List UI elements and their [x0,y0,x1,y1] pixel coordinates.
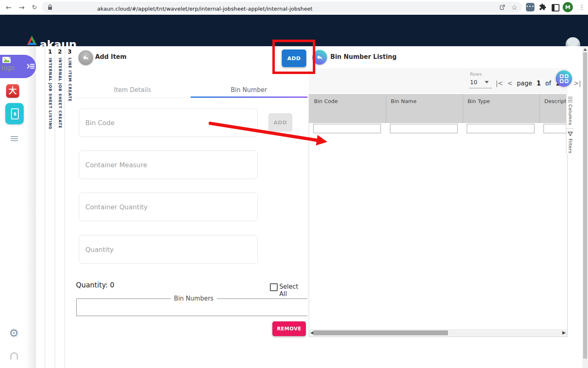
back-arrow-icon [316,54,323,61]
columns-tab-label: Columns [568,104,573,125]
rows-label: Rows [470,72,482,77]
container-measure-input[interactable] [79,150,258,179]
column-header-bin-name: Bin Name [386,94,468,108]
back-button[interactable] [78,50,93,65]
panel-title: Add Item [95,53,127,61]
settings-gear-icon[interactable]: ⚙ [9,327,19,339]
bin-code-input[interactable] [79,108,258,137]
menu-collapse-icon[interactable] [26,62,36,71]
column-divider [463,94,463,123]
rows-select-underline [469,88,492,88]
workspace-tab-internal-job-sheet-listing[interactable]: 1 INTERNAL JOB SHEET LISTING [45,46,55,368]
add-item-panel: Add Item ADD Item Details Bin Number ADD… [74,46,308,368]
tab-number: 2 [58,48,62,55]
scroll-right-icon[interactable]: ▶ [562,330,566,335]
columns-icon [568,97,572,102]
extension-dots-icon[interactable]: ••• [526,3,535,11]
browser-reload-icon[interactable]: ↻ [32,0,37,15]
browser-profile-avatar[interactable]: M [563,2,573,12]
table-header-row: Bin Code Bin Name Bin Type Description [309,94,568,108]
active-tab-underline [191,96,307,98]
prev-page-button[interactable]: < [507,80,512,87]
back-arrow-icon [82,54,89,61]
screen: ← → ↻ akaun.cloud/#/applet/tnt/wavelet/e… [0,0,588,368]
browser-forward-icon[interactable]: → [19,0,24,15]
current-page-number: 1 [537,80,541,87]
side-panel-icon[interactable] [552,4,559,11]
grid-view-button[interactable] [556,70,572,87]
vertical-scrollbar-thumb[interactable] [583,52,587,359]
sidebar-logo-pill[interactable]: logo [0,55,36,78]
filter-input-description[interactable] [543,124,568,133]
select-all-checkbox[interactable] [270,283,278,291]
filter-funnel-icon [568,132,573,137]
akaun-logo-icon [26,34,38,47]
horizontal-scrollbar[interactable]: ◀ ▶ [309,329,567,337]
sidebar-shadow [25,46,36,368]
logo-alt-text: logo [2,64,15,72]
sidebar-list-icon[interactable] [11,136,18,141]
quantity-input[interactable] [79,235,258,264]
filter-input-bin-type[interactable] [467,124,535,133]
column-header-bin-code: Bin Code [309,94,391,108]
sidebar-app-red-icon[interactable]: 大 [6,84,19,98]
column-header-description: Description [539,94,568,108]
workspace-tab-internal-job-sheet-create[interactable]: 2 INTERNAL JOB SHEET CREATE [55,46,65,368]
chevron-down-icon[interactable] [485,81,489,83]
of-word: of [545,80,551,87]
bin-number-listing-panel: Bin Number Listing Rows 10 |< < page 1 o… [307,46,582,368]
tab-label: LINE ITEM CREATE [68,58,72,102]
address-bar[interactable]: akaun.cloud/#/applet/tnt/wavelet/erp/int… [42,2,522,13]
horizontal-scrollbar-thumb[interactable] [313,330,448,335]
tab-number: 1 [48,48,52,55]
share-icon[interactable] [499,4,506,12]
column-divider [539,94,540,123]
bin-add-button-disabled[interactable]: ADD [268,113,292,132]
column-header-bin-type: Bin Type [463,94,544,108]
first-page-button[interactable]: |< [496,80,503,87]
last-page-button[interactable]: >| [574,80,581,87]
workspace-tab-line-item-create[interactable]: 3 LINE ITEM CREATE [65,46,74,368]
tab-bin-number[interactable]: Bin Number [191,82,307,98]
table-filter-row [309,108,568,123]
rows-per-page-select[interactable]: 10 [470,79,477,85]
columns-tab[interactable]: Columns [566,94,574,125]
browser-back-icon[interactable]: ← [6,0,11,15]
filters-tab[interactable]: Filters [566,129,574,153]
vertical-scrollbar[interactable] [582,46,588,368]
broken-image-icon [2,57,11,63]
bin-numbers-fieldset: Bin Numbers [76,295,311,316]
dollar-doc-icon: $ [11,108,19,119]
remove-button[interactable]: REMOVE [272,321,306,336]
browser-menu-kebab-icon[interactable]: ⋮ [579,0,585,15]
browser-chrome: ← → ↻ akaun.cloud/#/applet/tnt/wavelet/e… [0,0,588,15]
tab-label: INTERNAL JOB SHEET LISTING [48,58,52,130]
filter-input-bin-name[interactable] [390,124,458,133]
extensions-puzzle-icon[interactable] [539,3,546,12]
panel-title: Bin Number Listing [330,53,396,61]
annotation-highlight-box [272,40,315,74]
bin-table: Bin Code Bin Name Bin Type Description ◀… [309,94,568,337]
quantity-summary: Quantity: 0 [76,281,114,289]
table-side-tabs: Columns Filters [566,94,574,154]
padlock-icon [47,4,53,10]
tab-label: INTERNAL JOB SHEET CREATE [58,58,62,128]
annotation-arrow-head [316,135,328,147]
container-quantity-input[interactable] [79,193,258,221]
column-divider [386,94,386,123]
filters-tab-label: Filters [568,139,573,153]
table-toolbar: Rows 10 |< < page 1 of 1 > >| [309,68,568,93]
support-headset-icon[interactable] [10,352,18,360]
tab-item-details[interactable]: Item Details [74,82,191,98]
url-text: akaun.cloud/#/applet/tnt/wavelet/erp/int… [97,6,313,12]
bookmark-star-icon[interactable]: ☆ [511,2,517,13]
grid-icon [560,74,568,83]
tab-number: 3 [68,48,72,55]
scroll-up-icon[interactable] [584,48,587,51]
page-word: page [517,80,532,87]
filter-input-bin-code[interactable] [313,124,381,133]
item-tabbar: Item Details Bin Number [74,82,307,98]
bin-numbers-legend: Bin Numbers [171,295,217,302]
sidebar-app-teal-icon[interactable]: $ [5,103,24,124]
